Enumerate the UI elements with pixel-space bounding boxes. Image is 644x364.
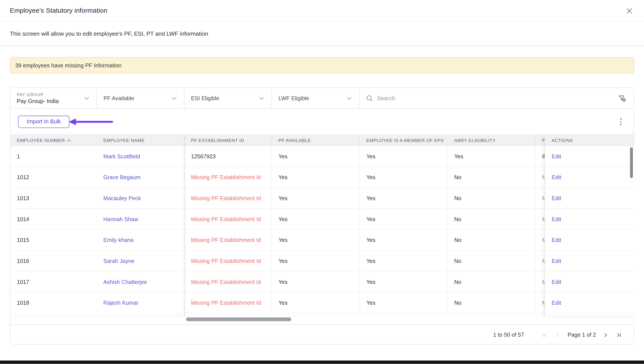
partial-row bbox=[184, 314, 545, 316]
eps-member-cell: Yes bbox=[360, 230, 448, 250]
kebab-menu-icon[interactable] bbox=[617, 116, 624, 127]
employee-name-link[interactable]: Ashish Chatterjee bbox=[103, 279, 147, 285]
pf-establishment-id-cell: Missing PF Establishment Id bbox=[184, 272, 272, 292]
pf-establishment-id-cell: Missing PF Establishment Id bbox=[184, 167, 272, 188]
column-header-employee-number[interactable]: EMPLOYEE NUMBER bbox=[10, 134, 97, 146]
next-page-icon bbox=[603, 332, 609, 338]
employee-name-cell: Grace Begaum bbox=[97, 167, 184, 188]
edit-link[interactable]: Edit bbox=[552, 216, 561, 222]
employee-name-cell: Emily khana bbox=[97, 230, 184, 250]
clear-filters-button[interactable] bbox=[617, 93, 627, 103]
table-header-actions: ACTIONS bbox=[545, 134, 634, 146]
close-icon bbox=[625, 7, 633, 15]
lwf-eligible-dropdown-label: LWF Eligible bbox=[278, 95, 309, 101]
table-header-left: EMPLOYEE NUMBER EMPLOYEE NAME bbox=[10, 134, 184, 146]
pf-available-cell: Yes bbox=[272, 230, 360, 250]
column-header-pf-truncated[interactable]: PF bbox=[536, 134, 545, 146]
table-row-actions: Edit bbox=[545, 251, 634, 272]
employee-number-cell: 1017 bbox=[10, 272, 97, 292]
table-row-actions: Edit bbox=[545, 272, 634, 292]
table-row-actions: Edit bbox=[545, 188, 634, 209]
employee-name-link[interactable]: Rajesh Kumar bbox=[103, 300, 138, 306]
first-page-button[interactable] bbox=[540, 331, 549, 339]
column-header-actions: ACTIONS bbox=[545, 134, 634, 146]
abry-eligibility-cell: No bbox=[448, 230, 536, 250]
employee-name-link[interactable]: Sarah Jayne bbox=[103, 258, 134, 264]
search-box bbox=[359, 88, 634, 108]
filter-clear-icon bbox=[618, 94, 626, 102]
table-row-left: 1012 Grace Begaum bbox=[10, 167, 184, 188]
eps-member-cell: Yes bbox=[360, 167, 448, 188]
table-row-mid: Missing PF Establishment Id Yes Yes No M bbox=[184, 167, 545, 188]
table-toolbar: Import In Bulk bbox=[10, 109, 634, 134]
employee-name-cell: Mark Scottfield bbox=[97, 146, 184, 167]
employee-name-cell: Sarah Jayne bbox=[97, 251, 184, 271]
import-in-bulk-button[interactable]: Import In Bulk bbox=[18, 116, 70, 128]
pinned-actions-column: ACTIONS Edit Edit Edit Edit Edit Edit Ed… bbox=[545, 134, 634, 316]
table-row-left: 1018 Rajesh Kumar bbox=[10, 292, 184, 314]
employee-name-cell: Hannah Shaw bbox=[97, 209, 184, 229]
pf-extra-cell: M bbox=[536, 230, 545, 250]
column-header-employee-name[interactable]: EMPLOYEE NAME bbox=[97, 134, 184, 146]
chevron-down-icon bbox=[347, 95, 351, 100]
column-header-label: EMPLOYEE IS A MEMBER OF EPS bbox=[366, 138, 444, 142]
employee-name-link[interactable]: Macauley Peck bbox=[103, 195, 141, 201]
actions-cell: Edit bbox=[545, 251, 634, 271]
edit-link[interactable]: Edit bbox=[552, 279, 561, 285]
previous-page-button[interactable] bbox=[554, 331, 562, 339]
vertical-scrollbar-thumb[interactable] bbox=[630, 147, 633, 178]
table-header-mid: PF ESTABLISHMENT ID PF AVAILABLE EMPLOYE… bbox=[184, 134, 545, 146]
employee-statutory-screen: Employee's Statutory information This sc… bbox=[0, 0, 644, 364]
actions-cell: Edit bbox=[545, 230, 634, 250]
search-input[interactable] bbox=[377, 95, 613, 101]
edit-link[interactable]: Edit bbox=[552, 258, 561, 264]
column-header-abry-eligibility[interactable]: ABRY ELIGIBILITY bbox=[448, 134, 536, 146]
page-description: This screen will allow you to edit emplo… bbox=[10, 30, 208, 37]
column-header-pf-available[interactable]: PF AVAILABLE bbox=[272, 134, 360, 146]
row-range-label: 1 to 50 of 57 bbox=[493, 332, 524, 338]
table-row-actions: Edit bbox=[545, 292, 634, 314]
column-header-label: ACTIONS bbox=[552, 138, 573, 142]
table-row-mid: Missing PF Establishment Id Yes Yes No M bbox=[184, 188, 545, 209]
eps-member-cell: Yes bbox=[360, 272, 448, 292]
table-row-mid: Missing PF Establishment Id Yes Yes No M bbox=[184, 292, 545, 314]
edit-link[interactable]: Edit bbox=[552, 300, 561, 306]
pf-available-dropdown[interactable]: PF Available bbox=[97, 88, 184, 108]
bottom-bar bbox=[0, 360, 644, 364]
abry-eligibility-cell: No bbox=[448, 188, 536, 208]
abry-eligibility-cell: No bbox=[448, 292, 536, 313]
employee-name-link[interactable]: Emily khana bbox=[103, 237, 134, 243]
lwf-eligible-dropdown[interactable]: LWF Eligible bbox=[272, 88, 359, 108]
employee-number-cell: 1014 bbox=[10, 209, 97, 229]
edit-link[interactable]: Edit bbox=[552, 195, 561, 201]
column-header-eps-member[interactable]: EMPLOYEE IS A MEMBER OF EPS bbox=[360, 134, 448, 146]
close-button[interactable] bbox=[625, 6, 634, 15]
esi-eligible-dropdown-label: ESI Eligible bbox=[191, 95, 219, 101]
table-row-mid: Missing PF Establishment Id Yes Yes No M bbox=[184, 272, 545, 292]
modal-header: Employee's Statutory information bbox=[0, 0, 644, 22]
pf-available-cell: Yes bbox=[272, 292, 360, 313]
warning-banner: 39 employees have missing PF Information bbox=[10, 57, 634, 74]
employee-number-cell: 1016 bbox=[10, 251, 97, 271]
horizontal-scrollbar-thumb[interactable] bbox=[186, 318, 291, 321]
employee-name-link[interactable]: Mark Scottfield bbox=[103, 153, 140, 159]
last-page-button[interactable] bbox=[615, 331, 623, 339]
edit-link[interactable]: Edit bbox=[552, 153, 561, 159]
search-icon bbox=[366, 94, 373, 102]
esi-eligible-dropdown[interactable]: ESI Eligible bbox=[184, 88, 272, 108]
employee-number-cell: 1015 bbox=[10, 230, 97, 250]
sort-ascending-icon bbox=[68, 140, 71, 143]
edit-link[interactable]: Edit bbox=[552, 237, 561, 243]
edit-link[interactable]: Edit bbox=[552, 174, 561, 180]
employee-name-link[interactable]: Hannah Shaw bbox=[103, 216, 138, 222]
next-page-button[interactable] bbox=[602, 331, 610, 339]
pf-establishment-id-cell: Missing PF Establishment Id bbox=[184, 230, 272, 250]
column-header-label: ABRY ELIGIBILITY bbox=[454, 138, 496, 142]
employee-name-link[interactable]: Grace Begaum bbox=[103, 174, 141, 180]
employee-name-cell: Macauley Peck bbox=[97, 188, 184, 208]
column-header-pf-establishment-id[interactable]: PF ESTABLISHMENT ID bbox=[184, 134, 272, 146]
table-row-left: 1017 Ashish Chatterjee bbox=[10, 272, 184, 292]
pinned-left-columns: EMPLOYEE NUMBER EMPLOYEE NAME 1 Mark Sco… bbox=[10, 134, 184, 316]
pay-group-dropdown[interactable]: PAY GROUP Pay Group- India bbox=[10, 88, 97, 108]
employee-number-cell: 1 bbox=[10, 146, 97, 167]
